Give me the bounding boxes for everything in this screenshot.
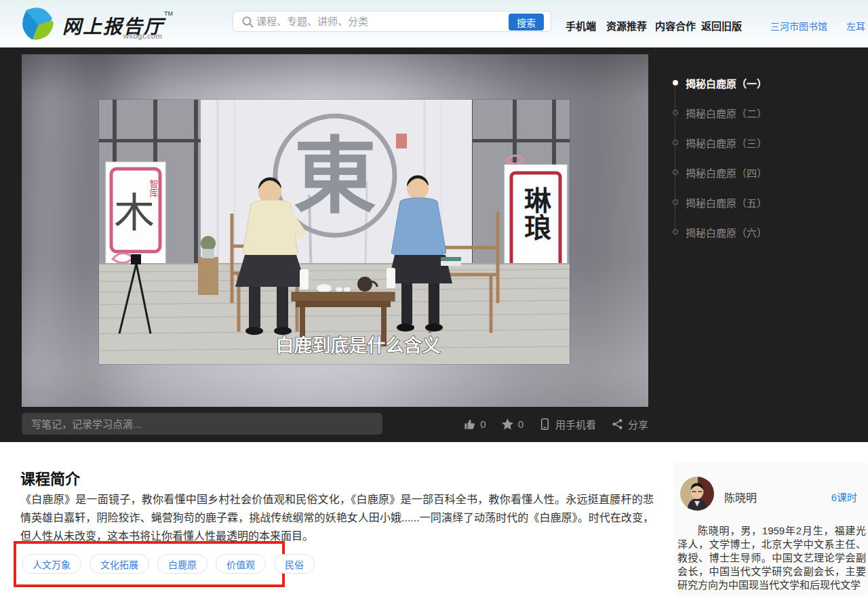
site-logo[interactable]: 网上报告厅TM wsbgt.com: [19, 5, 173, 43]
phone-icon: [538, 418, 551, 431]
playlist-dot: [673, 170, 678, 175]
playlist-item-label: 揭秘白鹿原（六）: [686, 225, 767, 239]
share-icon: [611, 418, 624, 431]
playlist-dot: [673, 110, 678, 115]
video-frame: 東 智库 木 琳琅: [99, 100, 570, 364]
playlist-dot: [673, 199, 678, 205]
course-description: 《白鹿原》是一面镜子，教你看懂中国乡村社会价值观和民俗文化，《白鹿原》是一部百科…: [20, 490, 654, 545]
favorite-button[interactable]: 0: [501, 418, 524, 431]
emblem-character: 東: [294, 130, 376, 222]
playlist-dot: [673, 140, 678, 145]
video-section: 東 智库 木 琳琅: [0, 47, 868, 442]
instructor-avatar[interactable]: [680, 477, 714, 511]
like-button[interactable]: 0: [463, 418, 486, 431]
share-button[interactable]: 分享: [611, 417, 648, 431]
logo-domain: wsbgt.com: [123, 32, 162, 40]
playlist-item-5[interactable]: 揭秘白鹿原（五）: [673, 195, 767, 209]
nav-mobile[interactable]: 手机端: [566, 18, 596, 33]
svg-text:木: 木: [114, 191, 155, 236]
playlist-item-4[interactable]: 揭秘白鹿原（四）: [673, 165, 767, 179]
nav-old-version[interactable]: 返回旧版: [701, 18, 742, 33]
tag-bailuyuan[interactable]: 白鹿原: [157, 554, 208, 574]
video-subtitle: 白鹿到底是什么含义: [276, 335, 441, 356]
plant-stand: [198, 236, 218, 295]
course-content: 课程简介 《白鹿原》是一面镜子，教你看懂中国乡村社会价值观和民俗文化，《白鹿原》…: [0, 442, 868, 596]
instructor-card: 陈晓明 6课时 陈晓明，男，1959年2月生，福建光泽人，文学博士，北京大学中文…: [673, 462, 868, 596]
playlist-item-3[interactable]: 揭秘白鹿原（三）: [673, 136, 767, 149]
search-input[interactable]: [256, 12, 500, 31]
poster-right-label: 琳琅: [521, 186, 551, 241]
search-button[interactable]: 搜索: [509, 14, 544, 31]
header: 网上报告厅TM wsbgt.com 搜索 手机端 资源推荐 内容合作 返回旧版 …: [0, 0, 868, 47]
tag-list: 人文万象 文化拓展 白鹿原 价值观 民俗: [22, 554, 315, 574]
share-label: 分享: [628, 417, 648, 431]
tag-minsu[interactable]: 民俗: [274, 554, 315, 574]
playlist-item-label: 揭秘白鹿原（五）: [686, 195, 767, 210]
logo-text: 网上报告厅TM wsbgt.com: [62, 12, 173, 39]
playlist-item-2[interactable]: 揭秘白鹿原（二）: [673, 106, 767, 119]
course-intro-title: 课程简介: [20, 466, 80, 488]
playlist-item-label: 揭秘白鹿原（四）: [686, 165, 767, 180]
link-user[interactable]: 左耳: [846, 19, 865, 33]
avatar-image: [680, 477, 714, 511]
playlist-item-label: 揭秘白鹿原（一）: [686, 76, 767, 90]
instructor-name: 陈晓明: [724, 489, 757, 505]
thumbs-up-icon: [463, 418, 476, 431]
link-library[interactable]: 三河市图书馆: [770, 19, 827, 33]
like-count: 0: [480, 418, 486, 430]
logo-icon: [19, 5, 57, 43]
video-player[interactable]: 東 智库 木 琳琅: [22, 54, 648, 407]
note-input[interactable]: [22, 413, 382, 435]
playlist-item-6[interactable]: 揭秘白鹿原（六）: [673, 225, 767, 239]
search-box: 搜索: [233, 11, 551, 32]
page: 网上报告厅TM wsbgt.com 搜索 手机端 资源推荐 内容合作 返回旧版 …: [0, 0, 868, 596]
instructor-bio: 陈晓明，男，1959年2月生，福建光泽人，文学博士，北京大学中文系主任、教授、博…: [677, 524, 866, 592]
favorite-count: 0: [518, 418, 524, 430]
playlist-item-label: 揭秘白鹿原（二）: [686, 106, 767, 120]
watch-on-phone-button[interactable]: 用手机看: [538, 417, 596, 431]
playlist-dot: [673, 229, 678, 235]
tag-jiazhiguan[interactable]: 价值观: [216, 554, 266, 574]
playlist-dot-active: [673, 80, 678, 85]
playlist-item-1[interactable]: 揭秘白鹿原（一）: [673, 76, 767, 90]
red-seal: [396, 134, 407, 148]
nav-cooperation[interactable]: 内容合作: [655, 18, 696, 33]
playlist: 揭秘白鹿原（一） 揭秘白鹿原（二） 揭秘白鹿原（三） 揭秘白鹿原（四） 揭秘白鹿…: [673, 76, 767, 255]
logo-tm: TM: [164, 10, 173, 17]
watch-on-phone-label: 用手机看: [555, 417, 596, 431]
nav-resources[interactable]: 资源推荐: [606, 18, 647, 33]
tag-wenhuatuozhan[interactable]: 文化拓展: [90, 554, 149, 574]
lesson-count-link[interactable]: 6课时: [831, 490, 857, 504]
playlist-item-label: 揭秘白鹿原（三）: [686, 136, 767, 150]
star-icon: [501, 418, 514, 431]
search-icon: [241, 16, 254, 28]
tag-renwenwanxiang[interactable]: 人文万象: [22, 554, 81, 574]
video-action-bar: 0 0 用手机看 分享: [455, 413, 648, 435]
